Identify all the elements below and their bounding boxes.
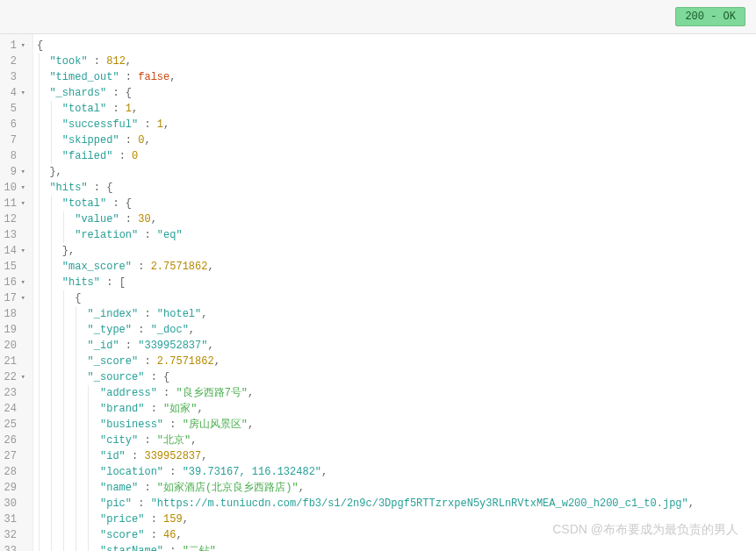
line-number: 10▾ — [4, 180, 25, 196]
code-line: "pic" : "https://m.tuniucdn.com/fb3/s1/2… — [37, 496, 756, 512]
line-gutter: 1▾234▾56789▾10▾11▾121314▾1516▾17▾1819202… — [0, 34, 33, 551]
code-line: "successful" : 1, — [37, 117, 756, 132]
code-line: "name" : "如家酒店(北京良乡西路店)", — [37, 480, 756, 496]
code-line: "timed_out" : false, — [37, 69, 756, 85]
code-line: "_type" : "_doc", — [37, 322, 756, 338]
code-line: "_source" : { — [37, 369, 756, 385]
code-area[interactable]: { "took" : 812, "timed_out" : false, "_s… — [33, 34, 756, 551]
code-line: "city" : "北京", — [37, 433, 756, 448]
line-number: 4▾ — [4, 85, 25, 101]
code-line: "brand" : "如家", — [37, 401, 756, 417]
line-number: 33 — [4, 543, 25, 551]
fold-icon[interactable]: ▾ — [18, 275, 25, 290]
line-number: 11▾ — [4, 196, 25, 211]
line-number: 14▾ — [4, 243, 25, 259]
line-number: 17▾ — [4, 290, 25, 306]
code-line: "business" : "房山风景区", — [37, 417, 756, 433]
code-line: "price" : 159, — [37, 512, 756, 527]
response-header: 200 - OK — [0, 0, 756, 34]
code-line: "failed" : 0 — [37, 148, 756, 164]
line-number: 31 — [4, 512, 25, 527]
code-line: "score" : 46, — [37, 527, 756, 543]
line-number: 24 — [4, 401, 25, 417]
code-line: "_shards" : { — [37, 85, 756, 101]
code-line: }, — [37, 164, 756, 180]
line-number: 27 — [4, 448, 25, 464]
fold-icon[interactable]: ▾ — [18, 164, 25, 180]
code-line: "hits" : { — [37, 180, 756, 196]
line-number: 5 — [4, 101, 25, 117]
line-number: 7 — [4, 132, 25, 148]
line-number: 15 — [4, 259, 25, 275]
line-number: 30 — [4, 496, 25, 512]
code-line: "max_score" : 2.7571862, — [37, 259, 756, 275]
line-number: 25 — [4, 417, 25, 433]
line-number: 18 — [4, 306, 25, 322]
code-line: "address" : "良乡西路7号", — [37, 385, 756, 401]
fold-icon[interactable]: ▾ — [18, 180, 25, 196]
code-line: "_id" : "339952837", — [37, 338, 756, 354]
code-line: "total" : 1, — [37, 101, 756, 117]
fold-icon[interactable]: ▾ — [18, 196, 25, 211]
code-line: "took" : 812, — [37, 54, 756, 69]
code-line: "value" : 30, — [37, 211, 756, 227]
fold-icon[interactable]: ▾ — [18, 38, 25, 54]
code-line: "id" : 339952837, — [37, 448, 756, 464]
line-number: 13 — [4, 227, 25, 243]
line-number: 22▾ — [4, 369, 25, 385]
line-number: 6 — [4, 117, 25, 132]
line-number: 21 — [4, 354, 25, 369]
code-line: "_score" : 2.7571862, — [37, 354, 756, 369]
status-badge: 200 - OK — [675, 7, 745, 26]
code-line: { — [37, 38, 756, 54]
line-number: 8 — [4, 148, 25, 164]
line-number: 12 — [4, 211, 25, 227]
code-line: { — [37, 290, 756, 306]
line-number: 28 — [4, 464, 25, 480]
line-number: 32 — [4, 527, 25, 543]
code-line: "_index" : "hotel", — [37, 306, 756, 322]
line-number: 20 — [4, 338, 25, 354]
fold-icon[interactable]: ▾ — [18, 85, 25, 101]
code-line: "relation" : "eq" — [37, 227, 756, 243]
line-number: 1▾ — [4, 38, 25, 54]
line-number: 19 — [4, 322, 25, 338]
line-number: 3 — [4, 69, 25, 85]
line-number: 16▾ — [4, 275, 25, 290]
code-line: "starName" : "二钻" — [37, 543, 756, 551]
line-number: 29 — [4, 480, 25, 496]
code-line: "hits" : [ — [37, 275, 756, 290]
line-number: 23 — [4, 385, 25, 401]
line-number: 9▾ — [4, 164, 25, 180]
fold-icon[interactable]: ▾ — [18, 369, 25, 385]
line-number: 26 — [4, 433, 25, 448]
code-line: "total" : { — [37, 196, 756, 211]
fold-icon[interactable]: ▾ — [18, 290, 25, 306]
line-number: 2 — [4, 54, 25, 69]
json-editor[interactable]: 1▾234▾56789▾10▾11▾121314▾1516▾17▾1819202… — [0, 34, 756, 551]
fold-icon[interactable]: ▾ — [18, 243, 25, 259]
code-line: }, — [37, 243, 756, 259]
code-line: "skipped" : 0, — [37, 132, 756, 148]
code-line: "location" : "39.73167, 116.132482", — [37, 464, 756, 480]
